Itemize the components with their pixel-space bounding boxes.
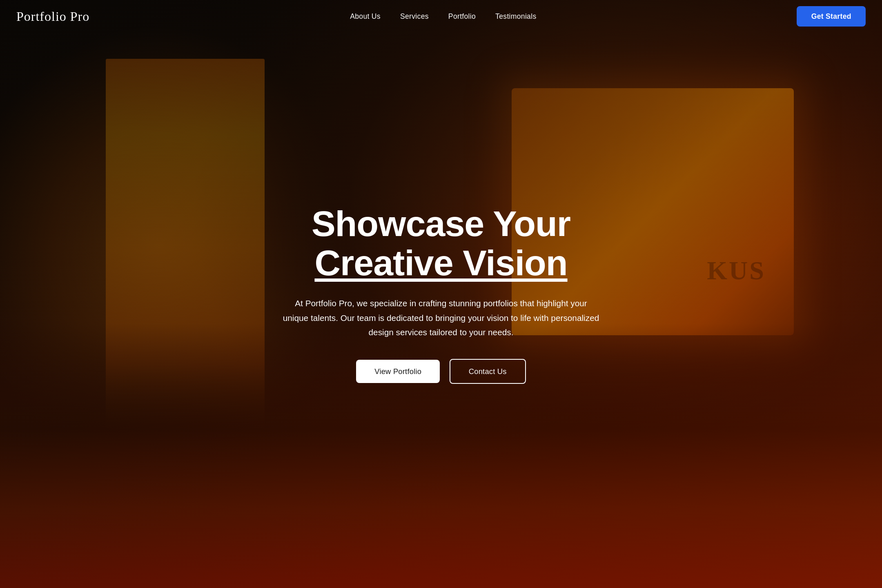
hero-title: Showcase Your Creative Vision: [282, 204, 600, 283]
get-started-button[interactable]: Get Started: [797, 6, 866, 27]
nav-item-portfolio[interactable]: Portfolio: [448, 12, 476, 21]
nav-links: About Us Services Portfolio Testimonials: [350, 12, 536, 21]
hero-buttons: View Portfolio Contact Us: [282, 359, 600, 384]
nav-link-testimonials[interactable]: Testimonials: [495, 12, 536, 20]
contact-us-button[interactable]: Contact Us: [450, 359, 526, 384]
hero-title-line1: Showcase Your: [312, 203, 570, 244]
nav-item-testimonials[interactable]: Testimonials: [495, 12, 536, 21]
hero-title-line2: Creative Vision: [314, 243, 567, 283]
nav-item-about[interactable]: About Us: [350, 12, 381, 21]
brand-logo: Portfolio Pro: [16, 9, 89, 24]
nav-item-services[interactable]: Services: [400, 12, 429, 21]
nav-link-about[interactable]: About Us: [350, 12, 381, 20]
hero-content: Showcase Your Creative Vision At Portfol…: [269, 204, 613, 384]
hero-section: Portfolio Pro About Us Services Portfoli…: [0, 0, 882, 588]
navbar: Portfolio Pro About Us Services Portfoli…: [0, 0, 882, 33]
view-portfolio-button[interactable]: View Portfolio: [356, 360, 440, 383]
hero-description: At Portfolio Pro, we specialize in craft…: [282, 296, 600, 339]
nav-link-services[interactable]: Services: [400, 12, 429, 20]
nav-link-portfolio[interactable]: Portfolio: [448, 12, 476, 20]
